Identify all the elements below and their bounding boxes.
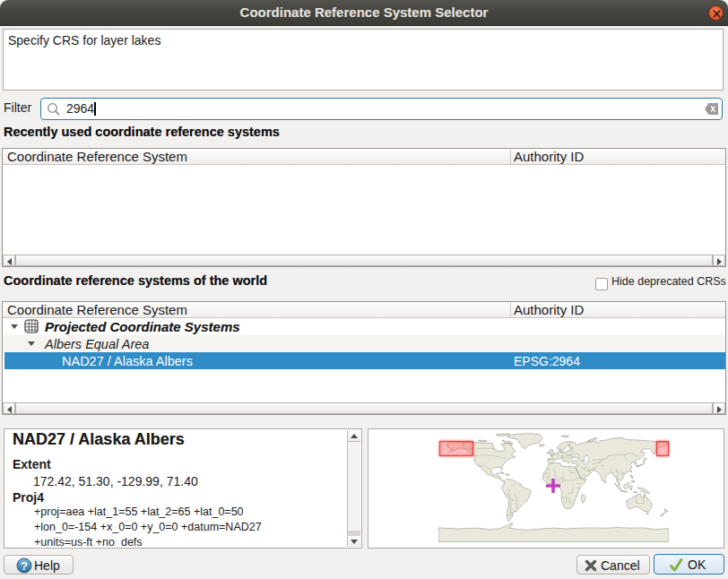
svg-text:?: ?: [21, 559, 28, 573]
